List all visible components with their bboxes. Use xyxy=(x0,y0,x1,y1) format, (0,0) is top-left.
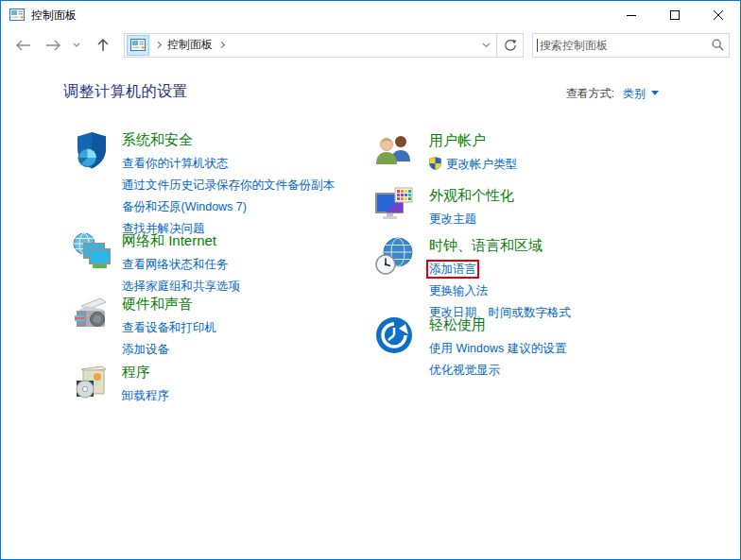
control-panel-icon xyxy=(9,8,25,23)
appearance-personalization-icon[interactable] xyxy=(374,186,414,226)
task-list-user-accounts: 更改帐户类型 xyxy=(429,153,517,175)
view-by-dropdown-icon[interactable] xyxy=(651,91,659,95)
task-row: 更改帐户类型 xyxy=(429,153,517,175)
up-button[interactable] xyxy=(90,32,116,59)
minimize-icon xyxy=(627,10,636,20)
programs-icon[interactable] xyxy=(72,363,112,402)
close-icon xyxy=(714,10,723,20)
category-title-network-internet[interactable]: 网络和 Internet xyxy=(122,231,216,250)
title-bar: 控制面板 xyxy=(1,1,740,29)
view-by-control: 查看方式:类别 xyxy=(566,86,659,102)
task-link[interactable]: 卸载程序 xyxy=(122,389,169,402)
window-controls xyxy=(610,1,740,29)
clock-language-region-icon[interactable] xyxy=(374,236,414,276)
task-link[interactable]: 使用 Windows 建议的设置 xyxy=(429,342,566,355)
chevron-down-icon xyxy=(482,42,491,48)
window-title: 控制面板 xyxy=(31,8,77,24)
breadcrumb-chevron-icon[interactable] xyxy=(155,42,162,48)
recent-pages-button[interactable] xyxy=(69,32,84,59)
task-list-ease-of-access: 使用 Windows 建议的设置优化视觉显示 xyxy=(429,337,566,381)
task-row: 查看你的计算机状态 xyxy=(122,152,335,174)
category-clock-language-region: 时钟、语言和区域 添加语言更换输入法更改日期、时间或数字格式 xyxy=(374,236,571,323)
category-appearance-personalization: 外观和个性化 更改主题 xyxy=(374,186,514,229)
breadcrumb-location-icon[interactable] xyxy=(127,35,149,56)
hardware-sound-icon[interactable] xyxy=(72,295,112,334)
task-link[interactable]: 查看网络状态和任务 xyxy=(122,258,229,271)
task-row: 查看网络状态和任务 xyxy=(122,253,240,275)
breadcrumb-chevron-icon[interactable] xyxy=(218,42,225,48)
task-row: 添加语言 xyxy=(429,258,571,280)
search-submit-button[interactable] xyxy=(706,39,729,51)
task-row: 备份和还原(Windows 7) xyxy=(122,195,335,217)
category-network-internet: 网络和 Internet 查看网络状态和任务选择家庭组和共享选项 xyxy=(72,231,240,297)
task-row: 选择家庭组和共享选项 xyxy=(122,275,240,297)
ease-of-access-icon[interactable] xyxy=(374,315,414,355)
task-link[interactable]: 更改主题 xyxy=(429,212,476,226)
category-title-programs[interactable]: 程序 xyxy=(122,363,150,382)
category-programs: 程序 卸载程序 xyxy=(72,363,169,406)
address-dropdown-button[interactable] xyxy=(475,34,496,57)
task-link[interactable]: 查看你的计算机状态 xyxy=(122,157,229,170)
search-input[interactable] xyxy=(538,39,706,52)
close-button[interactable] xyxy=(697,1,740,29)
task-link[interactable]: 备份和还原(Windows 7) xyxy=(122,200,247,213)
control-panel-window: 控制面板 xyxy=(0,0,741,560)
task-list-appearance-personalization: 更改主题 xyxy=(429,208,514,229)
task-link[interactable]: 添加设备 xyxy=(122,343,169,356)
up-icon xyxy=(97,38,109,52)
category-title-appearance-personalization[interactable]: 外观和个性化 xyxy=(429,186,514,205)
category-hardware-sound: 硬件和声音 查看设备和打印机添加设备 xyxy=(72,295,216,360)
search-icon xyxy=(712,39,724,51)
address-bar[interactable]: 控制面板 xyxy=(124,33,497,58)
task-link[interactable]: 选择家庭组和共享选项 xyxy=(122,280,240,293)
task-list-system-security: 查看你的计算机状态通过文件历史记录保存你的文件备份副本备份和还原(Windows… xyxy=(122,152,335,239)
task-link[interactable]: 优化视觉显示 xyxy=(429,364,500,377)
refresh-icon xyxy=(504,39,517,52)
task-row: 添加设备 xyxy=(122,338,216,360)
view-by-value-link[interactable]: 类别 xyxy=(623,87,646,100)
category-title-system-security[interactable]: 系统和安全 xyxy=(122,130,193,149)
maximize-button[interactable] xyxy=(653,1,697,29)
task-list-programs: 卸载程序 xyxy=(122,384,169,406)
forward-icon xyxy=(45,40,61,51)
task-row: 使用 Windows 建议的设置 xyxy=(429,337,566,359)
page-title: 调整计算机的设置 xyxy=(63,82,188,102)
task-link[interactable]: 查看设备和打印机 xyxy=(122,321,216,334)
task-link[interactable]: 更改帐户类型 xyxy=(429,158,517,171)
task-list-clock-language-region: 添加语言更换输入法更改日期、时间或数字格式 xyxy=(429,258,571,323)
forward-button[interactable] xyxy=(39,32,67,59)
category-user-accounts: 用户帐户 更改帐户类型 xyxy=(374,131,517,175)
task-row: 卸载程序 xyxy=(122,384,169,406)
task-row: 优化视觉显示 xyxy=(429,359,566,381)
back-icon xyxy=(15,40,31,51)
task-row: 更换输入法 xyxy=(429,280,571,301)
task-link[interactable]: 通过文件历史记录保存你的文件备份副本 xyxy=(122,178,335,192)
system-security-icon[interactable] xyxy=(72,130,112,170)
breadcrumb-control-panel[interactable]: 控制面板 xyxy=(167,37,213,53)
user-accounts-icon[interactable] xyxy=(374,131,414,171)
uac-shield-icon xyxy=(429,157,441,170)
history-chevron-icon xyxy=(73,42,80,47)
minimize-button[interactable] xyxy=(610,1,653,29)
category-title-user-accounts[interactable]: 用户帐户 xyxy=(429,131,486,150)
category-title-clock-language-region[interactable]: 时钟、语言和区域 xyxy=(429,236,543,255)
task-list-hardware-sound: 查看设备和打印机添加设备 xyxy=(122,316,216,360)
view-by-label: 查看方式: xyxy=(566,87,614,100)
task-link[interactable]: 添加语言 xyxy=(429,263,476,276)
task-row: 更改主题 xyxy=(429,208,514,229)
network-internet-icon[interactable] xyxy=(72,231,112,271)
category-ease-of-access: 轻松使用 使用 Windows 建议的设置优化视觉显示 xyxy=(374,315,566,381)
category-system-security: 系统和安全 查看你的计算机状态通过文件历史记录保存你的文件备份副本备份和还原(W… xyxy=(72,130,335,239)
category-title-ease-of-access[interactable]: 轻松使用 xyxy=(429,315,486,334)
maximize-icon xyxy=(670,10,680,20)
category-title-hardware-sound[interactable]: 硬件和声音 xyxy=(122,295,193,314)
back-button[interactable] xyxy=(9,32,37,59)
refresh-button[interactable] xyxy=(497,33,524,58)
task-row: 通过文件历史记录保存你的文件备份副本 xyxy=(122,174,335,195)
task-link[interactable]: 更换输入法 xyxy=(429,284,489,297)
task-list-network-internet: 查看网络状态和任务选择家庭组和共享选项 xyxy=(122,253,240,297)
navigation-toolbar: 控制面板 xyxy=(1,29,740,60)
task-row: 查看设备和打印机 xyxy=(122,316,216,338)
search-box xyxy=(532,33,730,58)
